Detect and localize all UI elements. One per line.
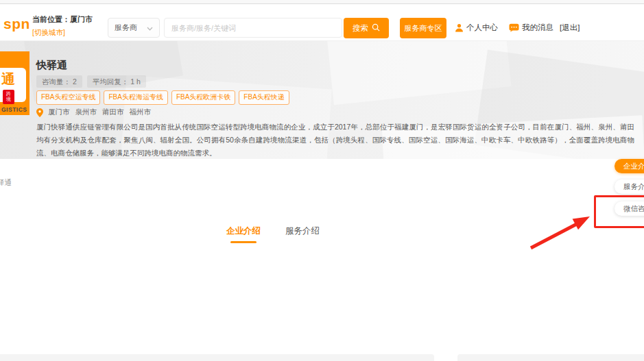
tab-company-intro[interactable]: 企业介绍 [226, 225, 261, 243]
quick-nav-service-intro[interactable]: 服务介绍 [615, 179, 644, 194]
provider-zone-button[interactable]: 服务商专区 [400, 18, 446, 38]
message-icon [509, 23, 519, 32]
current-location-label: 当前位置：厦门市 [32, 14, 93, 25]
city: 福州市 [130, 108, 152, 117]
quick-nav-company-intro[interactable]: 企业介绍 [615, 159, 644, 173]
service-cities: 厦门市 泉州市 莆田市 福州市 [36, 108, 151, 117]
service-tag: FBA头程海运专线 [104, 90, 167, 105]
breadcrumb-partial: 驿通 [0, 178, 12, 188]
tab-company-intro-label: 企业介绍 [226, 226, 261, 236]
company-stats: 咨询量： 2 平均回复： 1 h [36, 75, 146, 88]
my-messages-link[interactable]: 我的消息 [509, 23, 553, 33]
tab-service-intro[interactable]: 服务介绍 [285, 225, 320, 243]
company-name: 快驿通 [36, 59, 67, 72]
my-messages-label: 我的消息 [522, 23, 553, 33]
site-logo[interactable]: spn [3, 16, 30, 32]
content-tabs: 企业介绍 服务介绍 [226, 225, 320, 243]
company-description: 厦门快驿通供应链管理有限公司是国内首批从传统国际空运转型跨境电商物流的企业，成立… [36, 121, 634, 159]
location-block: 当前位置：厦门市 [切换城市] [32, 14, 93, 38]
map-pin-icon [36, 108, 43, 117]
company-logo-caption: GISTICS [1, 106, 26, 113]
browser-top-strip [0, 0, 644, 4]
city: 泉州市 [75, 108, 97, 117]
search-icon [372, 23, 380, 33]
annotation-arrow-icon [525, 206, 597, 253]
tab-service-intro-label: 服务介绍 [285, 226, 320, 236]
consultation-count: 咨询量： 2 [36, 75, 82, 88]
company-logo: 通跨境 GISTICS [0, 51, 29, 115]
service-tag: FBA头程快递 [239, 90, 289, 105]
company-hero-banner: 通跨境 GISTICS 快驿通 咨询量： 2 平均回复： 1 h FBA头程空运… [0, 41, 644, 159]
user-icon [455, 23, 464, 32]
service-tag: FBA头程空运专线 [36, 90, 100, 105]
logout-label: [退出] [560, 23, 580, 33]
logout-link[interactable]: [退出] [560, 23, 580, 33]
chevron-down-icon [147, 24, 153, 32]
cross-border-badge: 跨境 [3, 90, 14, 104]
city: 厦门市 [48, 108, 70, 117]
company-logo-card: 通跨境 GISTICS [0, 68, 26, 102]
footer-card-edge-right [457, 354, 644, 361]
search-button[interactable]: 搜索 [344, 18, 389, 38]
search-button-label: 搜索 [353, 23, 368, 34]
category-dropdown[interactable]: 服务商 [108, 18, 160, 38]
city: 莆田市 [102, 108, 124, 117]
switch-city-link[interactable]: [切换城市] [32, 28, 93, 38]
footer-card-edge-left [0, 354, 434, 361]
service-tags: FBA头程空运专线 FBA头程海运专线 FBA头程欧洲卡铁 FBA头程快递 [36, 90, 289, 105]
service-tag: FBA头程欧洲卡铁 [171, 90, 235, 105]
page: spn 当前位置：厦门市 [切换城市] 服务商 搜索 服务商专区 个人中心 [0, 0, 644, 361]
personal-center-label: 个人中心 [466, 23, 498, 33]
annotation-highlight-box [594, 195, 644, 228]
search-input[interactable] [164, 18, 342, 38]
company-logo-character: 通 [1, 70, 15, 88]
active-tab-underline [230, 241, 257, 243]
personal-center-link[interactable]: 个人中心 [455, 23, 498, 33]
category-dropdown-value: 服务商 [115, 23, 137, 33]
site-header: spn 当前位置：厦门市 [切换城市] 服务商 搜索 服务商专区 个人中心 [0, 5, 644, 41]
average-reply-time: 平均回复： 1 h [87, 75, 146, 88]
